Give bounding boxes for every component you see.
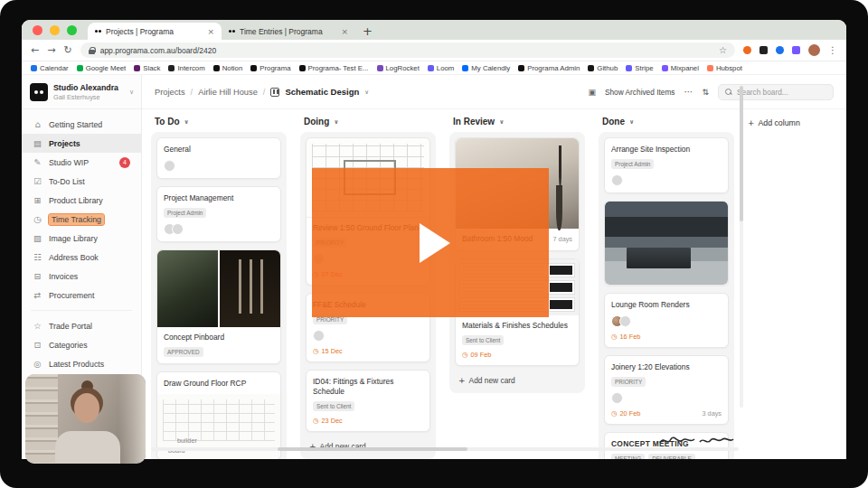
bookmark-logrocket[interactable]: LogRocket [377, 64, 420, 72]
extension-icon-3[interactable] [776, 46, 784, 54]
add-new-card-button[interactable]: + Add new card [455, 373, 580, 388]
column-header[interactable]: Doing ∨ [300, 115, 436, 132]
forward-button[interactable]: → [47, 44, 55, 56]
card-joinery-elevations[interactable]: Joinery 1:20 Elevations PRIORITY ◷ 20 Fe… [604, 355, 729, 425]
extension-icon-1[interactable] [743, 46, 751, 54]
bookmark-hubspot[interactable]: Hubspot [707, 64, 742, 72]
tab-label: Projects | Programa [106, 27, 203, 36]
board-search[interactable] [718, 84, 834, 100]
bookmark-programa-admin[interactable]: Programa Admin [518, 64, 580, 72]
show-archived-toggle[interactable]: Show Archived Items [605, 88, 675, 97]
search-icon [725, 89, 732, 96]
sidebar-item-time-tracking[interactable]: ◷Time Tracking [22, 210, 141, 229]
bookmark-favicon [134, 65, 140, 71]
column-header[interactable]: In Review ∨ [449, 115, 585, 132]
bookmark-stripe[interactable]: Stripe [626, 64, 653, 72]
zoom-window-button[interactable] [67, 25, 77, 35]
bookmark-programa-test[interactable]: Programa- Test E... [299, 64, 369, 72]
extension-icon-2[interactable] [760, 46, 768, 54]
minimize-window-button[interactable] [50, 25, 60, 35]
close-window-button[interactable] [33, 25, 42, 35]
sidebar-item-product-library[interactable]: ⊞Product Library [22, 191, 141, 210]
card-draw-ground-floor-rcp[interactable]: Draw Ground Floor RCP builder board [156, 371, 281, 459]
tab-label: Time Entries | Programa [240, 27, 336, 36]
presenter-face [74, 393, 99, 423]
chrome-menu-icon[interactable]: ⋮ [828, 45, 837, 55]
days-in-column: 3 days [703, 409, 722, 418]
card-lounge-room-renders[interactable]: Lounge Room Renders ◷16 Feb [604, 293, 729, 348]
sidebar-item-trade-portal[interactable]: ☆Trade Portal [22, 316, 141, 335]
sidebar-item-studio-wip[interactable]: ✎Studio WIP4 [22, 153, 141, 172]
pencil-icon: ✎ [33, 157, 42, 167]
avatar [619, 315, 631, 327]
due-date-clock-icon: ◷ [611, 409, 618, 418]
profile-avatar[interactable] [808, 44, 820, 56]
sidebar-item-address-book[interactable]: ☷Address Book [22, 248, 141, 267]
bookmark-my-calendly[interactable]: My Calendly [462, 64, 510, 72]
sort-icon[interactable]: ⇅ [702, 88, 709, 97]
wall-light-background [118, 374, 146, 464]
lock-icon [89, 47, 95, 54]
card-fittings-fixtures-schedule[interactable]: ID04: Fittings & Fixtures Schedule Sent … [306, 370, 430, 432]
sidebar-item-image-library[interactable]: ▨Image Library [22, 229, 141, 248]
due-date: 09 Feb [471, 351, 492, 359]
bookmark-calendar[interactable]: Calendar [31, 64, 69, 72]
tab-projects[interactable]: Projects | Programa × [88, 23, 222, 40]
workspace-switcher[interactable]: Studio Alexandra Gail Esterhuyse ∨ [22, 75, 141, 109]
add-column-button[interactable]: + Add column [748, 118, 811, 127]
chevron-down-icon[interactable]: ∨ [364, 89, 369, 96]
home-icon: ⌂ [33, 119, 42, 129]
column-header[interactable]: Done ∨ [599, 115, 734, 132]
address-bar[interactable]: app.programa.com.au/board/2420 ☆ [80, 42, 735, 58]
back-button[interactable]: ← [31, 44, 39, 56]
horizontal-scrollbar[interactable] [151, 447, 739, 451]
search-input[interactable] [737, 88, 826, 97]
sidebar-item-latest-products[interactable]: ◎Latest Products [22, 354, 141, 373]
sparkle-icon: ◎ [33, 359, 42, 369]
card-arrange-site-inspection[interactable]: Arrange Site Inspection Project Admin [604, 137, 729, 193]
bookmark-intercom[interactable]: Intercom [168, 64, 204, 72]
video-play-button[interactable] [312, 168, 549, 317]
bookmark-github[interactable]: Github [588, 64, 618, 72]
bookmark-notion[interactable]: Notion [213, 64, 243, 72]
sidebar-item-projects[interactable]: ▤Projects [22, 134, 141, 153]
close-tab-icon[interactable]: × [207, 27, 214, 36]
bookmark-loom[interactable]: Loom [428, 64, 455, 72]
bookmark-programa[interactable]: Programa [250, 64, 290, 72]
breadcrumb-project-name[interactable]: Airlie Hill House [198, 88, 258, 97]
card-concept-pinboard[interactable]: Concept Pinboard APPROVED [156, 249, 281, 364]
close-tab-icon[interactable]: × [341, 27, 348, 36]
avatar [164, 160, 175, 172]
tag: APPROVED [164, 347, 203, 357]
bookshelf-background [25, 374, 58, 464]
vertical-scrollbar[interactable] [740, 86, 743, 408]
more-options-icon[interactable]: ⋯ [684, 87, 693, 97]
window-controls[interactable] [22, 20, 88, 40]
column-header[interactable]: To Do ∨ [151, 115, 287, 132]
sidebar-item-categories[interactable]: ⊡Categories [22, 335, 141, 354]
card-general[interactable]: General [156, 137, 281, 179]
sidebar-item-invoices[interactable]: ⊟Invoices [22, 267, 141, 286]
new-tab-button[interactable]: + [363, 24, 373, 38]
bookmark-star-icon[interactable]: ☆ [719, 45, 727, 55]
bookmark-favicon [626, 65, 632, 71]
reload-button[interactable]: ↻ [63, 44, 71, 56]
bookmark-mixpanel[interactable]: Mixpanel [662, 64, 699, 72]
sidebar-item-getting-started[interactable]: ⌂Getting Started [22, 115, 141, 134]
breadcrumb-projects[interactable]: Projects [155, 88, 185, 97]
extension-icon-4[interactable] [792, 46, 800, 54]
chevron-down-icon: ∨ [184, 118, 189, 126]
url-text: app.programa.com.au/board/2420 [100, 46, 713, 55]
image-text-fragment: builder [177, 436, 197, 445]
card-project-management[interactable]: Project Management Project Admin [156, 186, 281, 242]
bookmark-slack[interactable]: Slack [134, 64, 160, 72]
sidebar-item-to-do-list[interactable]: ☑To-Do List [22, 172, 141, 191]
card-kitchen-render[interactable] [604, 201, 729, 286]
categories-icon: ⊡ [33, 340, 42, 350]
bookmark-google-meet[interactable]: Google Meet [77, 64, 127, 72]
tab-time-entries[interactable]: Time Entries | Programa × [222, 23, 355, 40]
plus-icon: + [748, 118, 754, 127]
bookmark-favicon [518, 65, 524, 71]
sidebar-item-procurement[interactable]: ⇄Procurement [22, 286, 141, 305]
add-new-card-button[interactable]: + Add new card [306, 439, 430, 454]
